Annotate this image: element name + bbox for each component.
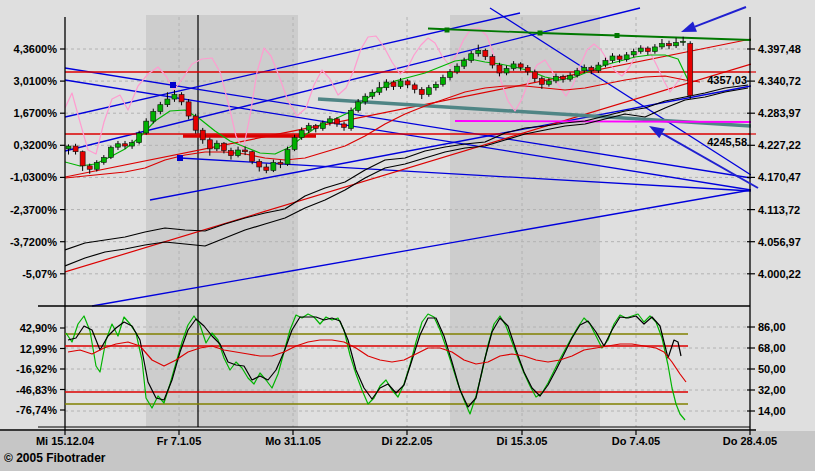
svg-text:3,0100%: 3,0100% xyxy=(14,75,58,87)
selection-handle xyxy=(177,155,183,161)
candle-down xyxy=(278,162,283,164)
candle-down xyxy=(200,130,205,140)
candle-up xyxy=(504,68,509,73)
candle-up xyxy=(659,44,664,47)
candle-down xyxy=(228,151,233,156)
candle-up xyxy=(363,96,368,102)
candle-down xyxy=(250,152,255,162)
candle-down xyxy=(221,143,226,150)
candle-up xyxy=(151,111,156,121)
candle-up xyxy=(130,143,135,146)
candle-down xyxy=(391,82,396,87)
trend-marker xyxy=(615,33,620,38)
candle-down xyxy=(207,140,212,149)
candle-up xyxy=(299,130,304,137)
candle-up xyxy=(214,143,219,149)
candle-up xyxy=(137,133,142,143)
candle-down xyxy=(667,44,672,46)
candle-down xyxy=(264,167,269,170)
candle-down xyxy=(688,44,693,96)
candle-down xyxy=(589,67,594,70)
candle-down xyxy=(532,72,537,79)
candle-up xyxy=(370,92,375,96)
candle-up xyxy=(582,67,587,70)
candle-down xyxy=(518,64,523,67)
candle-up xyxy=(674,42,679,45)
candle-down xyxy=(342,124,347,127)
candle-up xyxy=(144,121,149,133)
candle-up xyxy=(568,75,573,79)
svg-text:-76,74%: -76,74% xyxy=(16,404,57,416)
candle-up xyxy=(638,48,643,51)
candle-up xyxy=(681,41,686,42)
candle-up xyxy=(377,88,382,93)
candle-up xyxy=(476,50,481,53)
svg-text:4.227,22: 4.227,22 xyxy=(758,139,801,151)
selection-handle xyxy=(170,82,176,88)
candle-down xyxy=(257,161,262,167)
svg-text:-5,07%: -5,07% xyxy=(22,268,57,280)
candle-up xyxy=(440,78,445,85)
candle-down xyxy=(617,56,622,59)
candle-up xyxy=(433,84,438,87)
candle-up xyxy=(165,99,170,105)
svg-text:0,3200%: 0,3200% xyxy=(14,139,58,151)
svg-text:68,00: 68,00 xyxy=(758,342,786,354)
svg-text:4.340,72: 4.340,72 xyxy=(758,75,801,87)
candle-down xyxy=(73,146,78,152)
candle-up xyxy=(398,81,403,87)
candle-up xyxy=(94,162,99,169)
candle-up xyxy=(596,65,601,71)
candle-up xyxy=(462,61,467,67)
candle-down xyxy=(243,150,248,152)
svg-text:-16,92%: -16,92% xyxy=(16,363,57,375)
svg-text:Fr 7.1.05: Fr 7.1.05 xyxy=(157,435,202,447)
svg-text:Di 22.2.05: Di 22.2.05 xyxy=(382,435,433,447)
svg-text:Di 15.3.05: Di 15.3.05 xyxy=(497,435,548,447)
candle-up xyxy=(158,105,163,112)
copyright-label: © 2005 Fibotrader xyxy=(4,451,106,465)
candle-down xyxy=(483,50,488,56)
candle-up xyxy=(356,102,361,110)
candle-down xyxy=(405,81,410,85)
candle-up xyxy=(271,162,276,170)
candle-down xyxy=(87,166,92,169)
candle-up xyxy=(108,147,113,157)
svg-text:Mo 31.1.05: Mo 31.1.05 xyxy=(265,435,321,447)
price-chart-canvas[interactable]: 4357,034245,584,3600%3,0100%1,6700%0,320… xyxy=(0,0,815,471)
candle-up xyxy=(236,150,241,156)
candle-down xyxy=(412,85,417,90)
candle-down xyxy=(490,57,495,65)
svg-text:86,00: 86,00 xyxy=(758,321,786,333)
svg-text:4.170,47: 4.170,47 xyxy=(758,171,801,183)
candle-down xyxy=(193,116,198,130)
candle-up xyxy=(384,82,389,88)
svg-text:4.000,22: 4.000,22 xyxy=(758,268,801,280)
fibotrader-chart-window: 4357,034245,584,3600%3,0100%1,6700%0,320… xyxy=(0,0,815,471)
candle-up xyxy=(320,123,325,129)
candle-up xyxy=(115,144,120,147)
svg-text:Mi 15.12.04: Mi 15.12.04 xyxy=(36,435,95,447)
svg-text:4.397,48: 4.397,48 xyxy=(758,43,801,55)
svg-text:-2,3700%: -2,3700% xyxy=(10,204,57,216)
svg-text:4,3600%: 4,3600% xyxy=(14,43,58,55)
svg-text:4.283,97: 4.283,97 xyxy=(758,107,801,119)
candle-up xyxy=(553,76,558,81)
candle-up xyxy=(652,47,657,52)
candle-up xyxy=(327,119,332,123)
candle-up xyxy=(172,95,177,100)
svg-text:-1,0300%: -1,0300% xyxy=(10,171,57,183)
svg-text:50,00: 50,00 xyxy=(758,363,786,375)
candle-up xyxy=(285,149,290,164)
candle-up xyxy=(469,54,474,61)
trend-marker xyxy=(445,28,450,33)
svg-text:-46,83%: -46,83% xyxy=(16,384,57,396)
svg-text:4.056,97: 4.056,97 xyxy=(758,236,801,248)
candle-down xyxy=(561,76,566,79)
candle-down xyxy=(186,102,191,116)
trend-marker xyxy=(538,31,543,36)
candle-up xyxy=(511,64,516,69)
candle-down xyxy=(80,152,85,166)
svg-text:12,99%: 12,99% xyxy=(20,343,58,355)
candle-down xyxy=(313,126,318,129)
